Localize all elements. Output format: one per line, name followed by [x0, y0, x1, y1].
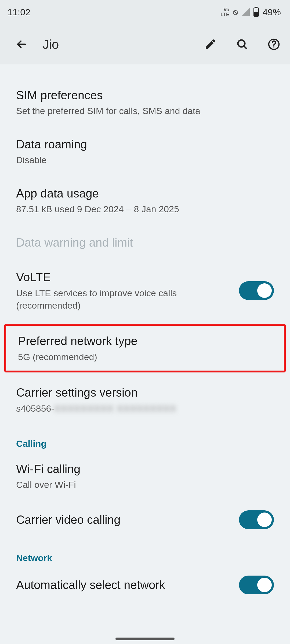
item-title: SIM preferences: [16, 87, 274, 103]
item-title: Wi-Fi calling: [16, 461, 274, 477]
item-subtitle: 5G (recommended): [18, 351, 272, 363]
pencil-icon: [204, 38, 217, 51]
highlight-annotation: Preferred network type 5G (recommended): [4, 324, 286, 372]
app-data-usage-item[interactable]: App data usage 87.51 kB used 9 Dec 2024 …: [0, 176, 290, 225]
location-off-icon: ⦸: [233, 10, 238, 14]
preferred-network-type-item[interactable]: Preferred network type 5G (recommended): [6, 326, 284, 371]
status-clock: 11:02: [8, 7, 30, 17]
battery-icon: [253, 8, 259, 17]
status-right: Vo LTE ⦸ 49%: [220, 7, 281, 17]
item-title: Automatically select network: [16, 577, 231, 592]
item-title: Carrier settings version: [16, 385, 274, 400]
item-subtitle: Disable: [16, 154, 274, 166]
carrier-video-calling-toggle[interactable]: [239, 510, 274, 529]
sim-preferences-item[interactable]: SIM preferences Set the preferred SIM fo…: [0, 78, 290, 127]
signal-icon: [242, 8, 250, 16]
help-button[interactable]: [263, 34, 285, 55]
calling-section-header: Calling: [0, 425, 290, 452]
edit-button[interactable]: [200, 34, 221, 55]
item-title: Data roaming: [16, 137, 274, 152]
volte-toggle[interactable]: [239, 281, 274, 300]
item-title: VoLTE: [16, 269, 231, 285]
data-warning-limit-item: Data warning and limit: [0, 225, 290, 260]
app-bar: Jio: [0, 24, 290, 64]
svg-point-2: [273, 46, 274, 47]
back-button[interactable]: [11, 34, 32, 55]
carrier-video-calling-item[interactable]: Carrier video calling: [0, 501, 290, 539]
search-icon: [236, 38, 249, 51]
item-subtitle: Call over Wi-Fi: [16, 479, 274, 491]
auto-select-network-item[interactable]: Automatically select network: [0, 566, 290, 604]
content[interactable]: SIM preferences Set the preferred SIM fo…: [0, 64, 290, 644]
auto-select-network-toggle[interactable]: [239, 576, 274, 594]
search-button[interactable]: [231, 34, 253, 55]
carrier-settings-version-item[interactable]: Carrier settings version s405856-XXXXXXX…: [0, 375, 290, 424]
carrier-version-prefix: s405856-: [16, 403, 54, 414]
item-title: Preferred network type: [18, 333, 272, 349]
carrier-version-redacted: XXXXXXXXX XXXXXXXXX: [54, 402, 177, 415]
volte-item[interactable]: VoLTE Use LTE services to improve voice …: [0, 260, 290, 321]
item-title: Carrier video calling: [16, 512, 231, 527]
nav-handle[interactable]: [115, 638, 175, 640]
data-roaming-item[interactable]: Data roaming Disable: [0, 127, 290, 176]
item-subtitle: 87.51 kB used 9 Dec 2024 – 8 Jan 2025: [16, 203, 274, 215]
item-subtitle: Use LTE services to improve voice calls …: [16, 287, 231, 312]
status-bar: 11:02 Vo LTE ⦸ 49%: [0, 0, 290, 24]
help-icon: [267, 38, 280, 51]
network-section-header: Network: [0, 539, 290, 566]
wifi-calling-item[interactable]: Wi-Fi calling Call over Wi-Fi: [0, 452, 290, 501]
volte-indicator-icon: Vo LTE: [220, 7, 229, 17]
battery-percent: 49%: [263, 7, 281, 17]
item-title: Data warning and limit: [16, 235, 274, 250]
page-title: Jio: [42, 37, 190, 52]
arrow-back-icon: [15, 38, 28, 51]
item-subtitle: s405856-XXXXXXXXX XXXXXXXXX: [16, 402, 274, 415]
item-title: App data usage: [16, 186, 274, 201]
item-subtitle: Set the preferred SIM for calls, SMS and…: [16, 105, 274, 117]
